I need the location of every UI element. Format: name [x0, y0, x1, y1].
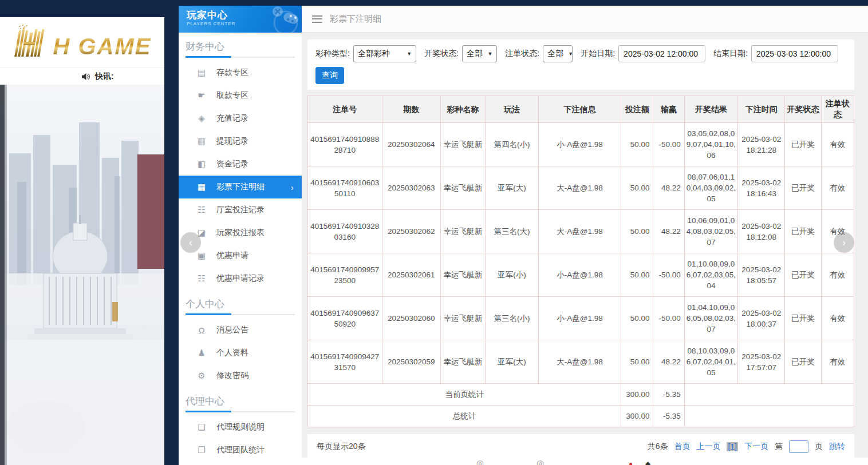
main-content: 彩票下注明细 彩种类型: 全部彩种 ▼ 开奖状态: 全部 ▼ 注单状态: 全部 … [302, 6, 868, 465]
jump-button[interactable]: 跳转 [829, 442, 845, 452]
table-cell: 03,05,02,08,09,07,04,01,10,06 [684, 123, 737, 166]
sidebar-item-lottery-bet-details[interactable]: ▦彩票下注明细› [179, 176, 302, 198]
table-cell: 幸运飞艇新 [440, 210, 485, 253]
section-underline [186, 411, 295, 412]
table-cell: 20250302062 [382, 210, 440, 253]
summary-row: 当前页统计300.00-5.35 [308, 384, 854, 406]
sidebar-item-label: 提现记录 [216, 136, 302, 146]
sidebar-item-change-password[interactable]: ⚙修改密码 [179, 364, 302, 387]
section-title: 个人中心 [179, 290, 302, 314]
table-row: 40156917409096375092020250302060幸运飞艇新第三名… [308, 297, 854, 340]
table-cell: 第三名(大) [486, 210, 538, 253]
column-header: 彩种名称 [440, 96, 485, 123]
start-date-input[interactable] [618, 45, 705, 62]
table-cell: 01,10,08,09,06,07,02,03,05,04 [684, 253, 737, 297]
column-header: 下注时间 [738, 96, 785, 123]
table-cell: 小-A盘@1.98 [538, 253, 621, 297]
sidebar-item-profile[interactable]: ♟个人资料 [179, 341, 302, 364]
table-cell: 第三名(小) [486, 297, 538, 340]
lottery-type-label: 彩种类型: [315, 49, 350, 59]
sidebar-item-label: 资金记录 [216, 159, 302, 169]
search-button[interactable]: 查询 [315, 67, 344, 84]
order-status-select[interactable]: 全部 ▼ [543, 45, 573, 62]
table-cell: 20250302061 [382, 253, 440, 297]
table-cell: 大-A盘@1.98 [538, 210, 621, 253]
sidebar-item-label: 充值记录 [216, 113, 302, 124]
table-row: 40156917409103280316020250302062幸运飞艇新第三名… [308, 210, 854, 253]
copy-doc-icon: ❐ [196, 445, 207, 455]
person-icon: ♟ [196, 348, 207, 358]
hall-list-icon: ☷ [196, 205, 207, 215]
sidebar-item-promo-apply-records[interactable]: ☷优惠申请记录 [179, 267, 302, 290]
footer-dark-icon[interactable]: ◆ [645, 460, 650, 465]
sidebar-item-label: 个人资料 [216, 348, 302, 358]
table-cell: 有效 [821, 166, 854, 210]
lottery-type-select[interactable]: 全部彩种 ▼ [353, 45, 416, 62]
table-cell: 第四名(小) [486, 123, 538, 166]
sidebar-item-withdraw-zone[interactable]: ☛取款专区 [179, 84, 302, 107]
promo-icon: ▣ [196, 251, 207, 261]
left-top-bar [0, 0, 164, 17]
summary-win-loss: -5.35 [653, 406, 684, 427]
column-header: 注单号 [308, 96, 382, 123]
sidebar-item-label: 优惠申请记录 [216, 273, 302, 284]
collapse-sidebar-button[interactable]: ‹ [180, 232, 201, 253]
draw-status-label: 开奖状态: [424, 49, 459, 59]
first-page-link[interactable]: 首页 [674, 442, 690, 452]
draw-status-select[interactable]: 全部 ▼ [462, 45, 497, 62]
next-page-link[interactable]: 下一页 [744, 442, 768, 452]
table-cell: 401569174091088828710 [308, 123, 382, 166]
sidebar-item-announcements[interactable]: Ω消息公告 [179, 319, 302, 341]
chevron-down-icon: ▼ [487, 51, 492, 57]
sidebar-item-funds-records[interactable]: ◧资金记录 [179, 153, 302, 176]
pagination-bar: 每页显示20条 共6条 首页 上一页 [1] 下一页 第 页 跳转 [307, 434, 854, 459]
logo-mark-icon [13, 25, 51, 58]
sidebar-item-agent-rules[interactable]: ❏代理规则说明 [179, 416, 302, 439]
summary-empty [684, 384, 854, 406]
table-cell: 幸运飞艇新 [440, 123, 485, 166]
table-row: 40156917409094273157020250302059幸运飞艇新亚军(… [308, 340, 854, 384]
footer-app-icon[interactable]: ◎ [536, 459, 544, 465]
lottery-type-value: 全部彩种 [358, 49, 390, 59]
sidebar-item-agent-team-stats[interactable]: ❐代理团队统计 [179, 439, 302, 462]
column-header: 输赢 [653, 96, 684, 123]
table-cell: 幸运飞艇新 [440, 166, 485, 210]
summary-empty [684, 406, 854, 427]
end-date-input[interactable] [751, 45, 838, 62]
sidebar-item-label: 玩家投注报表 [216, 228, 302, 238]
sidebar-item-label: 彩票下注明细 [216, 182, 291, 192]
sidebar-item-label: 存款专区 [216, 67, 302, 78]
table-cell: 50.00 [621, 253, 653, 297]
table-cell: 有效 [821, 253, 854, 297]
summary-win-loss: -5.35 [653, 384, 684, 406]
table-cell: 2025-03-02 18:21:28 [738, 123, 785, 166]
sidebar-item-deposit-zone[interactable]: ▤存款专区 [179, 61, 302, 84]
footer-service-icon[interactable]: ◎ [476, 459, 484, 465]
sidebar-item-recharge-records[interactable]: ◈充值记录 [179, 107, 302, 130]
jump-prefix-label: 第 [775, 442, 783, 452]
document-icon: ❏ [196, 422, 207, 432]
left-site-panel: H GAME 快讯: [0, 0, 164, 465]
gamepad-icon [250, 6, 302, 33]
wallet-icon: ▥ [196, 136, 207, 146]
gear-icon: ⚙ [196, 371, 207, 381]
table-cell: 已开奖 [785, 210, 821, 253]
hamburger-menu-icon[interactable] [312, 15, 322, 23]
sidebar-item-label: 取款专区 [216, 90, 302, 101]
table-cell: 2025-03-02 18:12:08 [738, 210, 785, 253]
bet-details-table: 注单号期数彩种名称玩法下注信息投注额输赢开奖结果下注时间开奖状态注单状态 401… [307, 96, 854, 427]
prev-page-link[interactable]: 上一页 [696, 442, 720, 452]
table-cell: 大-A盘@1.98 [538, 166, 621, 210]
hh-game-logo[interactable]: H GAME [13, 25, 152, 58]
chevron-right-icon: › [291, 182, 294, 192]
expand-panel-button[interactable]: › [834, 232, 854, 253]
section-title: 财务中心 [179, 33, 302, 57]
sidebar-item-hall-bet-records[interactable]: ☷厅室投注记录 [179, 198, 302, 221]
table-cell: 20250302064 [382, 123, 440, 166]
table-cell: 2025-03-02 18:16:43 [738, 166, 785, 210]
table-cell: 08,07,06,01,10,04,03,09,02,05 [684, 166, 737, 210]
jump-page-input[interactable] [789, 440, 808, 453]
sidebar-item-withdrawal-records[interactable]: ▥提现记录 [179, 130, 302, 153]
table-row: 40156917409106035011020250302063幸运飞艇新亚军(… [308, 166, 854, 210]
summary-label: 总统计 [308, 406, 621, 427]
